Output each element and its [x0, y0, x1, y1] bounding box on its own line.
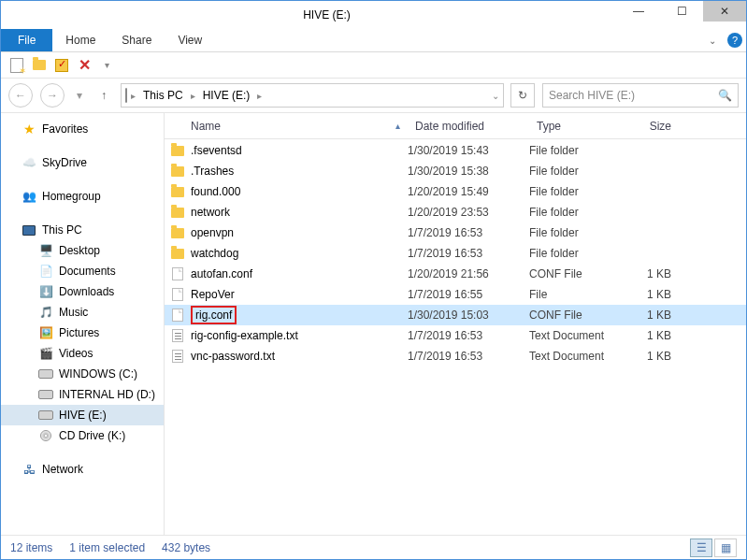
tab-share[interactable]: Share — [108, 29, 165, 51]
tree-item[interactable]: ⬇️Downloads — [1, 281, 164, 302]
file-date: 1/30/2019 15:03 — [408, 309, 529, 322]
forward-button[interactable]: → — [40, 83, 65, 108]
maximize-button[interactable]: ☐ — [660, 1, 703, 22]
col-size[interactable]: Size — [623, 120, 679, 133]
tree-item[interactable]: 🎵Music — [1, 302, 164, 323]
chevron-right-icon: ▸ — [131, 91, 136, 101]
search-input[interactable]: Search HIVE (E:) 🔍 — [542, 83, 739, 108]
folder-icon — [171, 166, 184, 177]
folder-icon — [171, 249, 184, 259]
file-type: File folder — [529, 206, 623, 219]
folder-icon — [171, 146, 184, 156]
view-icons-button[interactable]: ▦ — [714, 538, 737, 557]
file-row[interactable]: rig-config-example.txt1/7/2019 16:53Text… — [165, 325, 746, 346]
file-row[interactable]: watchdog1/7/2019 16:53File folder — [165, 243, 746, 264]
text-file-icon — [172, 350, 183, 363]
refresh-button[interactable]: ↻ — [510, 83, 535, 108]
tree-item[interactable]: 🖼️Pictures — [1, 323, 164, 343]
tree-item-icon: 📄 — [38, 264, 53, 279]
file-row[interactable]: openvpn1/7/2019 16:53File folder — [165, 223, 746, 243]
tree-item-label: CD Drive (K:) — [59, 429, 125, 442]
file-row[interactable]: RepoVer1/7/2019 16:55File1 KB — [165, 284, 746, 305]
tree-item-icon: ⬇️ — [38, 284, 53, 299]
tree-item[interactable]: CD Drive (K:) — [1, 425, 164, 446]
text-file-icon — [172, 329, 183, 342]
tree-item-icon — [38, 387, 53, 402]
file-type: Text Document — [529, 350, 623, 363]
tab-view[interactable]: View — [165, 29, 215, 51]
breadcrumb-seg-0[interactable]: This PC — [139, 89, 187, 102]
navigation-bar: ← → ▾ ↑ ▸ This PC ▸ HIVE (E:) ▸ ⌄ ↻ Sear… — [1, 79, 746, 112]
file-type: Text Document — [529, 329, 623, 342]
tree-item[interactable]: 🎬Videos — [1, 343, 164, 364]
computer-icon — [22, 223, 36, 237]
homegroup-icon: 👥 — [22, 189, 36, 204]
file-size: 1 KB — [623, 288, 679, 301]
file-row[interactable]: network1/20/2019 23:53File folder — [165, 202, 746, 223]
properties-icon[interactable] — [53, 57, 70, 74]
file-row[interactable]: rig.conf1/30/2019 15:03CONF File1 KB — [165, 305, 746, 325]
file-date: 1/7/2019 16:55 — [408, 288, 529, 301]
status-count: 12 items — [10, 541, 52, 554]
address-bar[interactable]: ▸ This PC ▸ HIVE (E:) ▸ ⌄ — [121, 83, 504, 108]
tree-item-label: Documents — [59, 265, 116, 278]
drive-icon — [125, 89, 127, 102]
ribbon-tabs: File Home Share View ⌄ ? — [1, 29, 746, 52]
address-dropdown-icon[interactable]: ⌄ — [492, 91, 499, 101]
history-dropdown-icon[interactable]: ▾ — [72, 86, 87, 105]
file-icon — [172, 267, 183, 280]
tree-item[interactable]: INTERNAL HD (D:) — [1, 384, 164, 405]
tree-item[interactable]: 📄Documents — [1, 261, 164, 281]
file-date: 1/30/2019 15:43 — [408, 144, 529, 157]
file-type: File folder — [529, 144, 623, 157]
minimize-button[interactable]: — — [617, 1, 660, 22]
view-details-button[interactable]: ☰ — [690, 538, 712, 557]
breadcrumb-seg-1[interactable]: HIVE (E:) — [199, 89, 254, 102]
col-name[interactable]: Name ▴ — [165, 120, 408, 133]
tree-item-label: Desktop — [59, 244, 100, 257]
file-name: watchdog — [191, 247, 408, 260]
tree-item[interactable]: HIVE (E:) — [1, 405, 164, 425]
file-size: 1 KB — [623, 267, 679, 280]
tree-item-icon — [38, 428, 53, 443]
tree-skydrive[interactable]: ☁️ SkyDrive — [1, 152, 164, 173]
help-button[interactable]: ? — [724, 29, 746, 51]
delete-icon[interactable]: ✕ — [76, 57, 93, 74]
tree-item-icon: 🖼️ — [38, 325, 53, 340]
column-headers: Name ▴ Date modified Type Size — [165, 113, 746, 139]
tree-item-label: Music — [59, 306, 88, 319]
up-button[interactable]: ↑ — [94, 86, 113, 105]
new-item-icon[interactable] — [8, 57, 25, 74]
back-button[interactable]: ← — [8, 83, 33, 108]
file-row[interactable]: vnc-password.txt1/7/2019 16:53Text Docum… — [165, 346, 746, 366]
file-type: CONF File — [529, 267, 623, 280]
tree-item-icon: 🎵 — [38, 305, 53, 320]
file-row[interactable]: autofan.conf1/20/2019 21:56CONF File1 KB — [165, 264, 746, 284]
search-icon: 🔍 — [718, 89, 732, 102]
sort-asc-icon: ▴ — [395, 121, 400, 131]
status-bar: 12 items 1 item selected 432 bytes ☰ ▦ — [1, 535, 746, 559]
tab-home[interactable]: Home — [52, 29, 108, 51]
navigation-tree: ★ Favorites ☁️ SkyDrive 👥 Homegroup This… — [1, 113, 165, 535]
ribbon-expand-icon[interactable]: ⌄ — [709, 29, 724, 51]
tree-item[interactable]: WINDOWS (C:) — [1, 364, 164, 384]
tree-network[interactable]: 🖧 Network — [1, 459, 164, 480]
tree-favorites[interactable]: ★ Favorites — [1, 119, 164, 139]
file-row[interactable]: found.0001/20/2019 15:49File folder — [165, 181, 746, 202]
file-row[interactable]: .Trashes1/30/2019 15:38File folder — [165, 161, 746, 181]
tree-this-pc[interactable]: This PC — [1, 220, 164, 240]
star-icon: ★ — [22, 122, 36, 136]
close-button[interactable]: ✕ — [703, 1, 746, 22]
file-date: 1/7/2019 16:53 — [408, 350, 529, 363]
col-date[interactable]: Date modified — [408, 120, 529, 133]
tree-homegroup[interactable]: 👥 Homegroup — [1, 186, 164, 207]
file-date: 1/7/2019 16:53 — [408, 226, 529, 239]
file-size: 1 KB — [623, 350, 679, 363]
col-type[interactable]: Type — [529, 120, 623, 133]
file-row[interactable]: .fseventsd1/30/2019 15:43File folder — [165, 140, 746, 161]
file-icon — [172, 309, 183, 322]
qat-dropdown-icon[interactable]: ▾ — [98, 57, 115, 74]
tree-item[interactable]: 🖥️Desktop — [1, 240, 164, 261]
file-tab[interactable]: File — [1, 29, 52, 51]
new-folder-icon[interactable] — [31, 57, 48, 74]
